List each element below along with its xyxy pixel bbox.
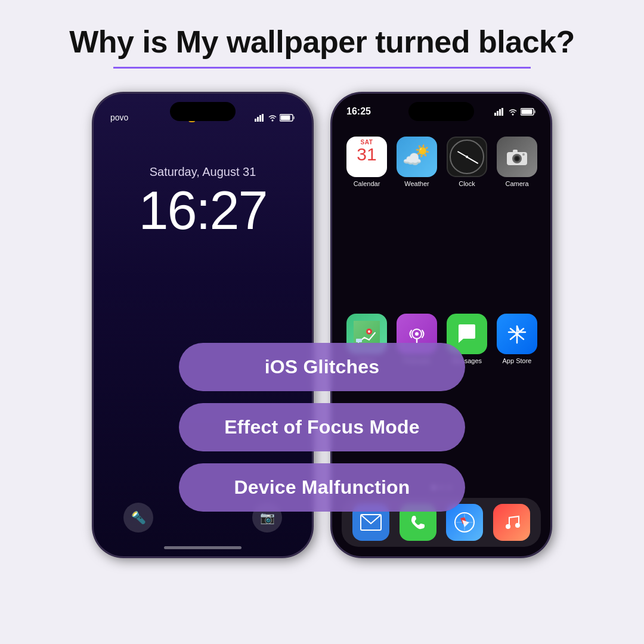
- svg-point-24: [368, 330, 370, 333]
- home-status-icons: [494, 108, 536, 116]
- app-icon-clock[interactable]: Clock: [447, 137, 487, 304]
- app-icon-weather[interactable]: ☀️ ☁️ Weather: [397, 137, 437, 304]
- flashlight-icon: 🔦: [131, 510, 146, 525]
- clock-face: [450, 140, 484, 174]
- camera-icon: 📷: [260, 510, 275, 525]
- svg-rect-6: [280, 115, 290, 120]
- dock-music[interactable]: [493, 504, 530, 541]
- app-icon-appstore[interactable]: App Store: [497, 314, 537, 481]
- pill-ios-glitches: iOS Glitches: [179, 343, 465, 391]
- app-icon-calendar[interactable]: SAT 31 Calendar: [346, 137, 387, 304]
- svg-rect-9: [497, 111, 499, 116]
- lock-date: Saturday, August 31: [150, 165, 256, 179]
- camera-app-icon: [497, 137, 537, 177]
- pill-label-1: iOS Glitches: [265, 356, 380, 377]
- phone-svg: [409, 513, 427, 531]
- page-title: Why is My wallpaper turned black?: [36, 24, 608, 60]
- svg-point-36: [515, 523, 520, 528]
- weather-label: Weather: [404, 180, 429, 187]
- phones-container: povo 🔒: [0, 80, 644, 558]
- cal-date: 31: [357, 145, 376, 163]
- camera-svg: [506, 147, 528, 166]
- podcasts-svg: [405, 323, 428, 345]
- header: Why is My wallpaper turned black?: [0, 0, 644, 80]
- svg-point-21: [522, 153, 525, 156]
- clock-icon: [447, 137, 487, 177]
- clock-label: Clock: [459, 180, 475, 187]
- pill-focus-mode: Effect of Focus Mode: [179, 403, 465, 451]
- wifi-icon: [268, 114, 277, 122]
- pill-device-malfunction: Device Malfunction: [179, 463, 465, 512]
- camera-label: Camera: [505, 180, 528, 187]
- dynamic-island-left: [170, 102, 236, 121]
- appstore-svg: [506, 323, 528, 345]
- battery-icon: [280, 114, 295, 122]
- weather-app-bg: ☀️ ☁️: [400, 140, 434, 174]
- signal-icon: [255, 114, 265, 122]
- calendar-label: Calendar: [354, 180, 380, 187]
- dynamic-island-right: [408, 102, 474, 121]
- svg-point-19: [515, 157, 519, 160]
- svg-point-12: [512, 113, 514, 115]
- cloud-icon: ☁️: [402, 150, 422, 169]
- svg-rect-15: [534, 110, 535, 113]
- side-button: [312, 213, 313, 261]
- weather-icon: ☀️ ☁️: [397, 137, 437, 177]
- lock-time: 16:27: [138, 184, 267, 237]
- home-indicator: [164, 546, 242, 549]
- carrier-text: povo: [110, 113, 128, 122]
- safari-svg: [454, 512, 475, 533]
- svg-point-27: [415, 332, 419, 336]
- svg-rect-20: [513, 150, 518, 153]
- side-button-right: [550, 213, 552, 261]
- messages-svg: [455, 322, 479, 346]
- svg-rect-14: [522, 109, 532, 114]
- pill-label-3: Device Malfunction: [234, 476, 410, 498]
- app-icon-camera[interactable]: Camera: [497, 137, 537, 304]
- svg-rect-11: [501, 108, 503, 116]
- calendar-icon: SAT 31: [346, 137, 387, 177]
- home-wifi-icon: [508, 108, 518, 116]
- home-time: 16:25: [346, 106, 371, 117]
- clock-center-dot: [466, 156, 468, 158]
- svg-rect-3: [262, 114, 264, 122]
- overlay-labels: iOS Glitches Effect of Focus Mode Device…: [173, 343, 471, 512]
- home-battery-icon: [521, 108, 536, 116]
- svg-rect-8: [494, 113, 496, 116]
- svg-point-4: [271, 119, 273, 121]
- flashlight-button[interactable]: 🔦: [123, 503, 153, 532]
- appstore-icon: [497, 314, 537, 354]
- svg-rect-0: [255, 119, 256, 122]
- svg-point-35: [506, 524, 510, 529]
- svg-rect-2: [259, 115, 261, 122]
- appstore-label: App Store: [503, 357, 532, 364]
- svg-rect-10: [499, 109, 501, 116]
- svg-rect-1: [257, 117, 259, 122]
- svg-rect-7: [293, 116, 295, 119]
- music-svg: [502, 513, 521, 532]
- mail-svg: [360, 514, 382, 531]
- minute-hand: [467, 156, 479, 163]
- status-icons: [255, 114, 295, 122]
- header-divider: [113, 67, 531, 69]
- svg-rect-25: [356, 339, 362, 342]
- pill-label-2: Effect of Focus Mode: [224, 416, 420, 438]
- home-signal-icon: [494, 108, 505, 116]
